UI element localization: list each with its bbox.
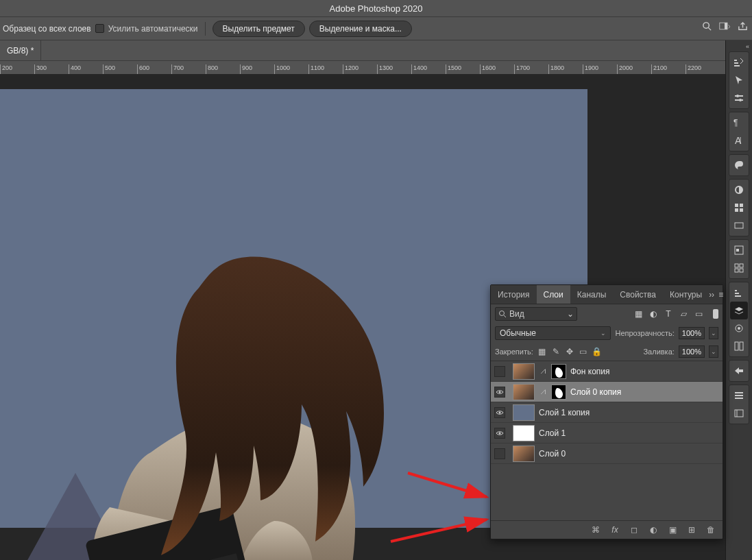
filter-image-icon[interactable]: ▦ (633, 309, 643, 319)
opacity-dropdown[interactable]: ⌄ (709, 327, 718, 339)
dock-group (729, 239, 749, 279)
ruler-tick: 700 (171, 64, 206, 74)
layer-row[interactable]: Слой 1 копия (491, 402, 723, 423)
svg-rect-11 (734, 62, 738, 64)
actions-icon[interactable] (730, 362, 748, 380)
styles-icon[interactable] (730, 259, 748, 277)
new-layer-icon[interactable]: ⊞ (687, 525, 696, 535)
filter-toggle[interactable] (713, 309, 718, 319)
tab-layers[interactable]: Слои (537, 285, 570, 304)
visibility-toggle[interactable] (491, 448, 509, 459)
tool-presets-icon[interactable] (730, 71, 748, 89)
share-icon[interactable] (737, 21, 748, 32)
swatches-icon[interactable] (730, 181, 748, 199)
panel-tabs: История Слои Каналы Свойства Контуры ›› … (491, 285, 723, 304)
link-layers-icon[interactable]: ⌘ (591, 525, 601, 535)
filter-shape-icon[interactable]: ▱ (679, 309, 688, 319)
fill-dropdown[interactable]: ⌄ (709, 345, 718, 358)
layer-name[interactable]: Фон копия (570, 367, 610, 376)
search-icon[interactable] (701, 21, 712, 32)
visibility-toggle[interactable] (491, 387, 509, 398)
layer-name[interactable]: Слой 1 копия (539, 408, 590, 417)
svg-rect-33 (735, 293, 739, 294)
layer-filter-kind-select[interactable]: Вид ⌄ (495, 307, 577, 321)
gradients-icon[interactable] (730, 199, 748, 217)
lock-pixels-icon[interactable]: ▦ (537, 347, 547, 356)
tab-properties[interactable]: Свойства (613, 285, 663, 304)
mask-link-icon[interactable]: ⩘ (539, 367, 547, 375)
dock-group (729, 385, 749, 424)
blend-mode-select[interactable]: Обычные ⌄ (495, 326, 611, 340)
enhance-checkbox[interactable] (95, 24, 104, 33)
layer-row[interactable]: ⩘Фон копия (491, 361, 723, 382)
layer-row[interactable]: Слой 1 (491, 423, 723, 443)
paragraph-icon[interactable]: ¶ (730, 114, 748, 132)
document-tab[interactable]: GB/8) * (0, 40, 41, 60)
layer-name[interactable]: Слой 0 копия (570, 387, 621, 397)
layer-thumbnail[interactable] (513, 425, 535, 441)
group-icon[interactable]: ▣ (668, 525, 677, 535)
layer-thumbnail[interactable] (513, 363, 535, 380)
visibility-toggle[interactable] (491, 407, 509, 418)
tab-channels[interactable]: Каналы (570, 285, 614, 304)
lock-all-icon[interactable]: 🔒 (592, 347, 602, 356)
brush-settings-icon[interactable] (730, 89, 748, 107)
layer-thumbnail[interactable] (513, 446, 535, 462)
navigator-icon[interactable] (730, 241, 748, 259)
svg-rect-27 (736, 249, 739, 252)
trash-icon[interactable]: 🗑 (706, 525, 716, 535)
libraries-icon[interactable] (730, 319, 748, 337)
info-icon[interactable] (730, 387, 748, 404)
annotation-arrow-2 (387, 514, 494, 545)
dock-group (729, 282, 749, 357)
ruler-horizontal[interactable]: 2003004005006007008009001000110012001300… (0, 60, 752, 74)
brush-presets-icon[interactable] (730, 53, 748, 71)
layers-list[interactable]: ⩘Фон копия⩘Слой 0 копияСлой 1 копияСлой … (491, 361, 723, 521)
fill-value[interactable]: 100% (679, 345, 705, 358)
add-mask-icon[interactable]: ◻ (629, 525, 639, 535)
visibility-toggle[interactable] (491, 428, 509, 439)
layer-thumbnail[interactable] (513, 404, 535, 421)
panel-menu-icon[interactable]: ≡ (718, 290, 723, 300)
select-and-mask-button[interactable]: Выделение и маска... (309, 21, 412, 37)
patterns-icon[interactable] (730, 217, 748, 234)
svg-point-47 (499, 411, 501, 413)
layers-icon[interactable] (730, 302, 748, 319)
visibility-toggle[interactable] (491, 366, 509, 377)
opacity-value[interactable]: 100% (679, 327, 705, 339)
adjustment-layer-icon[interactable]: ◐ (648, 525, 658, 535)
panel-expand-icon[interactable]: ›› (709, 290, 714, 300)
mask-link-icon[interactable]: ⩘ (539, 388, 547, 395)
select-subject-button[interactable]: Выделить предмет (213, 21, 305, 37)
collapse-icon[interactable]: « (726, 43, 752, 50)
window-titlebar: Adobe Photoshop 2020 (0, 0, 752, 16)
svg-text:¶: ¶ (733, 118, 738, 127)
ruler-tick: 1600 (480, 64, 514, 74)
lock-artboard-icon[interactable]: ▭ (579, 347, 588, 356)
layer-row[interactable]: ⩘Слой 0 копия (491, 382, 723, 402)
layer-mask-thumbnail[interactable] (551, 385, 566, 400)
learn-icon[interactable] (730, 337, 748, 355)
layer-thumbnail[interactable] (513, 384, 535, 400)
filter-smart-icon[interactable]: ▭ (694, 309, 703, 319)
workspace-switcher-icon[interactable] (719, 21, 730, 32)
character-icon[interactable]: A (730, 132, 748, 149)
layer-name[interactable]: Слой 0 (539, 449, 566, 459)
tab-history[interactable]: История (491, 285, 537, 304)
lock-position-icon[interactable]: ✥ (565, 347, 574, 356)
filter-type-icon[interactable]: T (664, 309, 673, 319)
layer-mask-thumbnail[interactable] (551, 364, 566, 379)
ruler-tick: 300 (34, 64, 69, 74)
histogram-icon[interactable] (730, 404, 748, 422)
layer-row[interactable]: Слой 0 (491, 443, 723, 464)
fx-icon[interactable]: fx (610, 525, 620, 535)
lock-brush-icon[interactable]: ✎ (551, 347, 561, 356)
svg-point-46 (499, 391, 501, 393)
layer-name[interactable]: Слой 1 (539, 428, 566, 438)
tab-paths[interactable]: Контуры (663, 285, 709, 304)
svg-point-0 (703, 22, 708, 27)
filter-adjust-icon[interactable]: ◐ (648, 309, 658, 319)
color-icon[interactable] (730, 156, 748, 174)
adjustments-icon[interactable] (730, 284, 748, 302)
svg-rect-38 (740, 342, 743, 350)
